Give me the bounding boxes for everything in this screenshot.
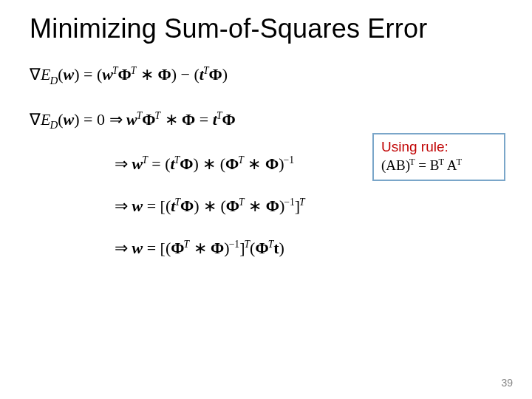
math-text: Φ [171,239,184,257]
math-text: Φ [180,197,194,215]
math-text: ∗ [136,65,157,83]
math-text: ) ∗ ( [193,155,225,174]
math-text: ) ∗ ( [194,197,226,215]
equation-w-final: ⇒ w = [(ΦT ∗ Φ)−1]T(ΦTt) [115,239,502,259]
page-number: 39 [501,377,513,389]
aside-rule: (AB)T = BT AT [381,157,497,174]
math-text: w [132,239,143,257]
math-text: w [64,65,75,83]
math-text: AB [386,157,405,173]
aside-label: Using rule: [381,139,497,155]
math-text: Φ [266,197,279,215]
math-text: = [415,157,430,173]
math-text: T [238,154,244,166]
math-text: ∇ [30,65,41,83]
math-text: Φ [226,197,239,215]
math-text: ( [58,65,63,83]
math-text: Φ [265,155,279,174]
math-text: T [244,239,250,250]
math-text: w [102,65,113,83]
math-text: ) = 0 ⇒ [74,110,126,129]
math-text: w [132,155,143,174]
math-text: ) = ( [74,65,102,83]
math-text: Φ [225,155,239,174]
math-text: ∗ [244,155,265,174]
math-text: Φ [118,65,132,83]
math-text: ) [279,239,284,257]
aside-box: Using rule: (AB)T = BT AT [372,133,505,181]
math-text: ∇ [30,110,41,129]
slide: Minimizing Sum-of-Squares Error ∇ED(w) =… [0,0,532,399]
math-text: Φ [180,155,193,174]
aside-transpose-rule: Using rule: (AB)T = BT AT [372,133,505,181]
math-text: ∗ [160,110,182,129]
math-text: = [195,110,212,129]
math-text: ⇒ [115,155,132,174]
math-text: ) − ( [171,65,200,83]
math-text: T [155,110,161,122]
math-text: w [64,110,75,129]
math-text: −1 [229,239,240,250]
math-text: −1 [284,154,295,166]
math-text: T [239,197,245,208]
math-text: T [174,197,180,208]
math-text: = [( [143,197,171,215]
math-text: = ( [148,155,171,174]
math-text: w [126,110,137,129]
math-text: D [50,119,58,132]
math-text: T [299,197,305,208]
equation-gradient: ∇ED(w) = (wTΦT ∗ Φ) − (t TΦ) [30,65,502,88]
math-text: ∗ [245,197,266,215]
math-text: Φ [157,65,171,83]
math-text: T [184,239,190,250]
math-text: Φ [142,110,155,129]
math-text: t [273,239,279,257]
math-text: Φ [182,110,195,129]
math-text: ( [58,110,63,129]
math-text: Φ [211,239,224,257]
math-text: Φ [222,110,235,129]
math-text: Φ [208,65,222,83]
equation-w-transpose: ⇒ w = [(t TΦ) ∗ (ΦT ∗ Φ)−1]T [115,197,502,216]
equation-set-zero: ∇ED(w) = 0 ⇒ wTΦT ∗ Φ = t TΦ [30,110,502,133]
math-text: w [132,197,143,215]
math-text: A [447,157,457,173]
math-text: ⇒ [115,239,132,257]
math-text: T [112,65,118,77]
math-text: Φ [255,239,268,257]
math-text: = [( [143,239,171,257]
math-text: D [50,75,58,88]
math-text: ∗ [189,239,211,257]
math-text: −1 [284,197,295,208]
math-text: T [439,157,445,168]
slide-title: Minimizing Sum-of-Squares Error [30,13,502,44]
math-text: T [142,154,148,166]
math-text: ⇒ [115,197,132,215]
math-text: T [457,157,463,168]
math-text: ) [222,65,228,83]
math-text: T [409,157,415,168]
